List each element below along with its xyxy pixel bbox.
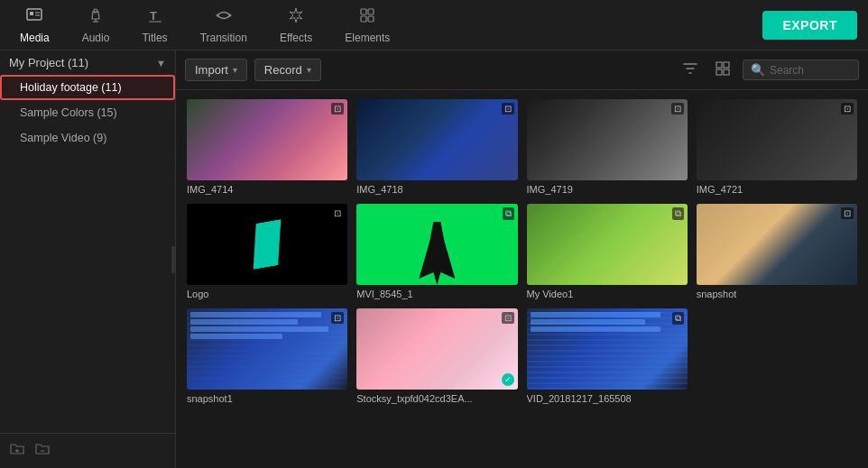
- svg-marker-11: [290, 8, 302, 23]
- sidebar-item-colors-label: Sample Colors (15): [20, 106, 117, 119]
- svg-rect-21: [716, 69, 722, 75]
- svg-rect-20: [724, 62, 729, 68]
- toolbar-item-audio[interactable]: Audio: [66, 3, 126, 48]
- svg-rect-12: [361, 9, 366, 14]
- effects-icon: [287, 6, 305, 29]
- sidebar-project-header[interactable]: My Project (11) ▼: [0, 50, 175, 75]
- logo-shape: [245, 219, 289, 270]
- sidebar-collapse-handle[interactable]: ‹: [171, 246, 176, 273]
- svg-rect-13: [368, 9, 374, 14]
- media-label-logo: Logo: [187, 289, 347, 299]
- media-label-snapshot: snapshot: [697, 289, 857, 299]
- media-label-vid20181217: VID_20181217_165508: [527, 393, 688, 404]
- ss-line: [531, 326, 661, 332]
- photo-icon: ⊡: [331, 207, 344, 219]
- media-label-img4718: IMG_4718: [356, 184, 517, 195]
- folder-add-icon[interactable]: [9, 441, 25, 461]
- media-item-snapshot[interactable]: ⊡ snapshot: [697, 204, 857, 299]
- toolbar-label-audio: Audio: [82, 32, 110, 44]
- media-item-img4714[interactable]: ⊡ IMG_4714: [187, 99, 347, 195]
- toolbar-item-transition[interactable]: Transition: [184, 3, 263, 48]
- audio-icon: [87, 6, 105, 29]
- toolbar-label-elements: Elements: [345, 32, 390, 44]
- toolbar-item-titles[interactable]: T Titles: [125, 3, 183, 48]
- main-area: My Project (11) ▼ Holiday footage (11) S…: [0, 50, 868, 468]
- media-item-logo[interactable]: ⊡ Logo: [187, 204, 347, 299]
- media-item-snapshot1[interactable]: ⊡ snapshot1: [187, 308, 347, 404]
- media-icon: [25, 6, 43, 29]
- ss-line: [190, 319, 298, 325]
- content-toolbar: Import ▾ Record ▾: [176, 50, 868, 90]
- svg-rect-22: [724, 69, 729, 75]
- elements-icon: [358, 6, 376, 29]
- sidebar-item-videos[interactable]: Sample Video (9): [0, 125, 175, 151]
- toolbar-label-titles: Titles: [142, 32, 167, 44]
- media-item-img4718[interactable]: ⊡ IMG_4718: [356, 99, 517, 195]
- photo-icon: ⊡: [841, 103, 854, 115]
- svg-rect-14: [361, 16, 366, 22]
- toolbar-label-transition: Transition: [200, 32, 247, 44]
- screenshot-overlay: [187, 308, 347, 390]
- video-icon: ⧉: [672, 207, 684, 220]
- export-button[interactable]: EXPORT: [762, 11, 857, 40]
- search-box: 🔍: [743, 60, 859, 80]
- svg-rect-15: [368, 16, 374, 22]
- toolbar-item-media[interactable]: Media: [4, 3, 66, 48]
- media-thumb-snapshot1: ⊡: [187, 308, 347, 390]
- media-item-img4719[interactable]: ⊡ IMG_4719: [527, 99, 688, 195]
- toolbar-item-effects[interactable]: Effects: [263, 3, 328, 48]
- media-thumb-stocksy: ⊡ ✓: [356, 308, 517, 390]
- ss-line: [190, 312, 321, 317]
- svg-rect-19: [716, 62, 722, 68]
- top-toolbar: Media Audio T Titles: [0, 0, 868, 50]
- ss-line: [190, 334, 282, 339]
- media-thumb-img4721: ⊡: [697, 99, 857, 180]
- titles-icon: T: [146, 6, 164, 29]
- media-thumb-vid: ⧉: [527, 308, 688, 390]
- video-icon: ⧉: [672, 312, 684, 325]
- person-shape: [419, 222, 455, 285]
- sidebar-item-colors[interactable]: Sample Colors (15): [0, 100, 175, 125]
- screenshot-overlay2: [527, 308, 688, 390]
- ss-line: [531, 312, 661, 317]
- photo-icon: ⊡: [502, 312, 514, 324]
- import-button[interactable]: Import ▾: [185, 59, 247, 81]
- filter-button[interactable]: [678, 58, 703, 83]
- svg-rect-1: [30, 12, 33, 15]
- photo-icon: ⊡: [841, 207, 854, 219]
- record-arrow-icon: ▾: [307, 65, 311, 75]
- search-input[interactable]: [770, 64, 851, 77]
- folder-remove-icon[interactable]: [34, 441, 51, 461]
- media-thumb-logo: ⊡: [187, 204, 347, 285]
- photo-icon: ⊡: [331, 312, 344, 324]
- toolbar-item-elements[interactable]: Elements: [328, 3, 406, 48]
- media-item-img4721[interactable]: ⊡ IMG_4721: [697, 99, 857, 195]
- media-grid: ⊡ IMG_4714 ⊡ IMG_4718 ⊡ IMG_4719 ⊡: [176, 90, 868, 468]
- media-thumb-img4718: ⊡: [356, 99, 517, 180]
- media-label-myvideo1: My Video1: [527, 289, 688, 299]
- toolbar-label-effects: Effects: [280, 32, 312, 44]
- media-thumb-img4719: ⊡: [527, 99, 688, 180]
- content-area: Import ▾ Record ▾: [176, 50, 868, 468]
- media-label-img4721: IMG_4721: [697, 184, 857, 195]
- media-item-vid20181217[interactable]: ⧉ VID_20181217_165508: [527, 308, 688, 404]
- media-item-mvi8545[interactable]: ⧉ MVI_8545_1: [356, 204, 517, 299]
- sidebar-project-label: My Project (11): [9, 56, 88, 69]
- svg-rect-0: [27, 9, 42, 20]
- check-icon: ✓: [502, 373, 514, 386]
- record-label: Record: [264, 63, 302, 77]
- media-item-myvideo1[interactable]: ⧉ My Video1: [527, 204, 688, 299]
- search-icon: 🔍: [751, 63, 765, 77]
- ss-line: [531, 319, 646, 325]
- transition-icon: [215, 6, 233, 29]
- grid-view-button[interactable]: [710, 58, 735, 83]
- import-label: Import: [195, 63, 228, 77]
- media-item-stocksy[interactable]: ⊡ ✓ Stocksy_txpfd042cd3EA...: [356, 308, 517, 404]
- record-button[interactable]: Record ▾: [254, 59, 321, 81]
- photo-icon: ⊡: [502, 103, 514, 115]
- toolbar-label-media: Media: [20, 32, 50, 44]
- media-label-snapshot1: snapshot1: [187, 393, 347, 404]
- media-thumb-img4714: ⊡: [187, 99, 347, 180]
- sidebar-item-holiday[interactable]: Holiday footage (11): [0, 75, 175, 100]
- sidebar-item-videos-label: Sample Video (9): [20, 132, 106, 144]
